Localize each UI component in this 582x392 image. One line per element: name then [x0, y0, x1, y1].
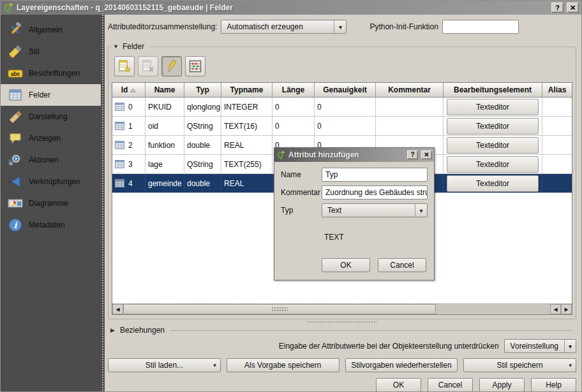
sidebar-item-metadaten[interactable]: i Metadaten [1, 214, 101, 236]
relations-group-title: Beziehungen [120, 326, 165, 335]
layer-properties-window: Q Layereigenschaften - q_20140603152115_… [0, 0, 582, 392]
ok-button[interactable]: OK [376, 378, 421, 392]
column-header-bearbeitungselement[interactable]: Bearbeitungselement [444, 83, 542, 98]
close-titlebar-button[interactable]: ✕ [421, 150, 432, 159]
scroll-left-icon[interactable]: ◀ [550, 304, 561, 314]
table-row[interactable]: 1 oid QString TEXT(16) 0 0 Texteditor [112, 117, 572, 136]
scrollbar-thumb[interactable] [123, 304, 436, 314]
column-header-typ[interactable]: Typ [184, 83, 221, 98]
type-select[interactable]: Text ▾ [322, 203, 428, 217]
scroll-right-icon[interactable]: ▶ [561, 304, 572, 314]
actions-icon [8, 152, 23, 168]
attribute-editor-layout-select[interactable]: Automatisch erzeugen ▾ [221, 20, 347, 34]
qgis-logo-icon: Q [276, 150, 285, 159]
column-header-genauigkeit[interactable]: Genauigkeit [315, 83, 376, 98]
cancel-button[interactable]: Cancel [428, 378, 473, 392]
metadata-icon: i [8, 217, 23, 233]
sidebar-item-felder[interactable]: Felder [1, 84, 101, 106]
display-icon [8, 131, 23, 146]
column-header-typname[interactable]: Typname [221, 83, 272, 98]
field-grid-icon [115, 179, 124, 187]
sidebar-label: Anzeigen [29, 134, 61, 143]
add-attribute-title: Attribut hinzufügen [288, 150, 404, 159]
sidebar-item-beschriftungen[interactable]: abc Beschriftungen [1, 62, 101, 84]
column-header-alias[interactable]: Alias [542, 83, 572, 98]
save-as-default-button[interactable]: Als Vorgabe speichern [227, 358, 340, 372]
field-grid-icon [115, 103, 124, 111]
close-titlebar-button[interactable]: ✕ [567, 3, 579, 13]
sidebar-item-anzeigen[interactable]: Anzeigen [1, 127, 101, 149]
fields-icon [8, 87, 23, 103]
labels-icon: abc [8, 66, 23, 81]
column-header-laenge[interactable]: Länge [272, 83, 315, 98]
chevron-down-icon: ▾ [569, 362, 572, 368]
suppress-default-button[interactable]: Voreinstellung ▾ [504, 339, 576, 353]
modal-ok-button[interactable]: OK [322, 258, 370, 272]
scroll-left-icon[interactable]: ◀ [112, 304, 123, 314]
sidebar-label: Stil [29, 47, 40, 56]
sidebar-item-darstellung[interactable]: Darstellung [1, 106, 101, 127]
diagrams-icon [8, 196, 23, 211]
load-style-button[interactable]: Stil laden... ▾ [108, 358, 221, 372]
add-attribute-titlebar[interactable]: Q Attribut hinzufügen ? ✕ [274, 148, 434, 162]
sidebar-item-stil[interactable]: Stil [1, 41, 101, 62]
attribute-editor-layout-label: Attributeditorzusammenstellung: [108, 22, 217, 31]
save-style-button[interactable]: Stil speichern ▾ [463, 358, 576, 372]
chevron-down-icon: ▾ [415, 204, 427, 217]
horizontal-scrollbar[interactable]: ◀ ◀ ▶ [112, 303, 572, 314]
collapse-arrow-icon[interactable]: ▼ [113, 43, 119, 50]
scrollbar-track[interactable] [436, 304, 550, 314]
sidebar-item-verknuepfungen[interactable]: Verknüpfungen [1, 171, 101, 192]
fields-relations-splitter[interactable] [108, 321, 576, 324]
help-titlebar-button[interactable]: ? [551, 3, 563, 13]
texteditor-widget-button[interactable]: Texteditor [447, 118, 539, 134]
new-column-button[interactable] [114, 56, 135, 76]
column-header-name[interactable]: Name [146, 83, 184, 98]
column-header-kommentar[interactable]: Kommentar [376, 83, 444, 98]
pencil-icon [165, 59, 179, 73]
style-icon [8, 44, 23, 59]
sidebar-item-aktionen[interactable]: Aktionen [1, 149, 101, 171]
new-column-icon [117, 59, 131, 73]
sidebar-item-diagramme[interactable]: Diagramme [1, 192, 101, 214]
sidebar-label: Verknüpfungen [29, 177, 80, 186]
apply-button[interactable]: Apply [479, 378, 525, 392]
sidebar-label: Aktionen [29, 156, 59, 164]
texteditor-widget-button[interactable]: Texteditor [447, 137, 539, 154]
modal-cancel-button[interactable]: Cancel [378, 258, 426, 272]
sidebar-label: Beschriftungen [29, 69, 80, 78]
restore-default-style-button[interactable]: Stilvorgaben wiederherstellen [345, 358, 458, 372]
sidebar-item-allgemein[interactable]: Allgemein [1, 19, 101, 41]
help-button[interactable]: Help [531, 378, 576, 392]
python-init-input[interactable] [442, 20, 519, 34]
help-titlebar-button[interactable]: ? [407, 150, 418, 159]
joins-icon [8, 174, 23, 189]
column-header-id[interactable]: Id [112, 83, 146, 98]
texteditor-widget-button[interactable]: Texteditor [447, 175, 539, 192]
table-row[interactable]: 0 PKUID qlonglong INTEGER 0 0 Texteditor [112, 98, 572, 117]
sidebar-label: Darstellung [29, 112, 68, 121]
field-calculator-button[interactable] [185, 56, 205, 76]
comment-input[interactable]: Zuordnung des Gebäudes strukt [322, 185, 428, 200]
expand-arrow-icon[interactable]: ▶ [110, 327, 115, 333]
group-divider [170, 330, 572, 331]
window-titlebar[interactable]: Q Layereigenschaften - q_20140603152115_… [1, 1, 581, 15]
type-label: Typ [281, 206, 322, 215]
sidebar-label: Diagramme [29, 199, 68, 208]
delete-column-button[interactable] [138, 56, 158, 76]
sidebar-label: Metadaten [29, 221, 65, 229]
python-init-label: Python-Init-Funktion [369, 22, 438, 31]
name-input[interactable]: Typ [322, 168, 428, 182]
name-label: Name [281, 170, 322, 179]
add-attribute-dialog: Q Attribut hinzufügen ? ✕ Name Typ Komme… [274, 147, 435, 280]
svg-text:abc: abc [11, 71, 20, 77]
comment-label: Kommentar [281, 188, 322, 197]
texteditor-widget-button[interactable]: Texteditor [447, 156, 539, 173]
properties-sidebar: Allgemein Stil abc Beschriftungen [1, 15, 101, 391]
texteditor-widget-button[interactable]: Texteditor [447, 99, 539, 115]
chevron-down-icon: ▾ [213, 362, 216, 368]
window-title: Layereigenschaften - q_20140603152115_ge… [17, 3, 548, 12]
toggle-editing-button[interactable] [161, 56, 182, 76]
relations-group-header[interactable]: ▶ Beziehungen [110, 326, 576, 335]
rendering-icon [8, 109, 23, 124]
